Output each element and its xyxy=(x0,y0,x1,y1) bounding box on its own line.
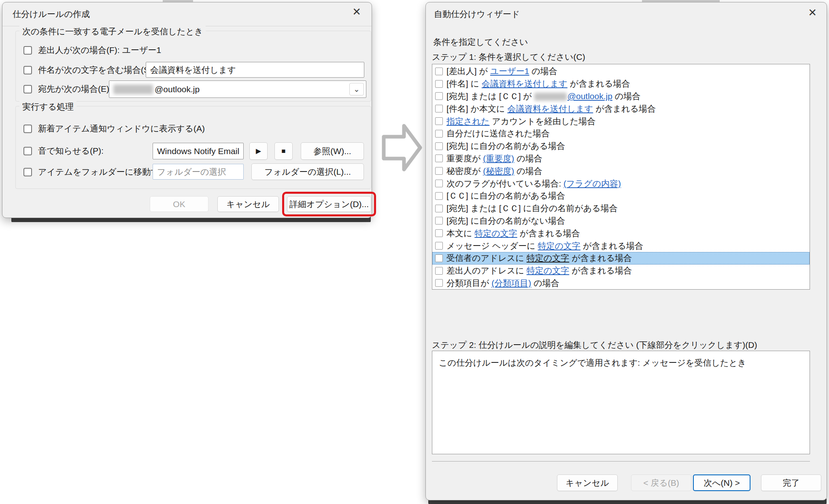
condition-checkbox[interactable] xyxy=(435,167,443,175)
subject-input[interactable]: 会議資料を送付します xyxy=(146,62,364,78)
condition-row[interactable]: 受信者のアドレスに 特定の文字 が含まれる場合 xyxy=(432,252,810,265)
alert-check-label: 新着アイテム通知ウィンドウに表示する(A) xyxy=(38,123,205,134)
condition-row[interactable]: [ＣＣ] に自分の名前がある場合 xyxy=(432,190,810,202)
condition-row[interactable]: 差出人のアドレスに 特定の文字 が含まれる場合 xyxy=(432,265,810,277)
condition-row[interactable]: 本文に 特定の文字 が含まれる場合 xyxy=(432,227,810,239)
condition-checkbox[interactable] xyxy=(435,242,443,250)
condition-checkbox[interactable] xyxy=(435,279,443,287)
alert-checkbox[interactable] xyxy=(23,125,32,133)
condition-value-link[interactable]: 会議資料を送付します xyxy=(482,79,568,88)
condition-value-link[interactable]: (秘密度) xyxy=(483,166,514,176)
condition-value-link[interactable]: 指定された xyxy=(446,116,489,126)
sound-checkbox[interactable] xyxy=(23,147,32,155)
condition-text: 自分だけに送信された場合 xyxy=(446,128,550,139)
wizard-back-label: < 戻る(B) xyxy=(643,477,679,489)
conditions-list: [差出人] が ユーザー1 の場合[件名] に 会議資料を送付します が含まれる… xyxy=(432,64,810,290)
close-icon[interactable]: ✕ xyxy=(808,7,817,18)
condition-text: メッセージ ヘッダーに 特定の文字 が含まれる場合 xyxy=(446,240,643,252)
condition-value-link[interactable]: 特定の文字 xyxy=(538,241,581,250)
condition-text-segment: 重要度が xyxy=(446,154,483,163)
condition-text-segment: の場合 xyxy=(529,66,557,76)
condition-value-link[interactable]: (重要度) xyxy=(483,154,514,163)
condition-row[interactable]: 分類項目が (分類項目) の場合 xyxy=(432,277,810,290)
ok-button-label: OK xyxy=(173,199,185,209)
condition-row[interactable]: 重要度が (重要度) の場合 xyxy=(432,152,810,165)
advanced-options-button[interactable]: 詳細オプション(D)... xyxy=(287,196,371,212)
condition-checkbox[interactable] xyxy=(435,192,443,200)
condition-row[interactable]: 次のフラグが付いている場合: (フラグの内容) xyxy=(432,177,810,190)
condition-row[interactable]: 自分だけに送信された場合 xyxy=(432,127,810,140)
folder-input[interactable]: フォルダーの選択 xyxy=(153,164,244,180)
condition-row[interactable]: [差出人] が ユーザー1 の場合 xyxy=(432,65,810,78)
condition-checkbox[interactable] xyxy=(435,254,443,262)
condition-text-segment: 次のフラグが付いている場合: xyxy=(446,179,563,188)
condition-checkbox[interactable] xyxy=(435,80,443,88)
browse-button-label: 参照(W)... xyxy=(313,146,351,157)
wizard-back-button[interactable]: < 戻る(B) xyxy=(631,474,691,491)
sound-file-input[interactable]: Windows Notify Email xyxy=(153,143,244,159)
browse-button[interactable]: 参照(W)... xyxy=(301,142,364,160)
wizard-cancel-label: キャンセル xyxy=(565,477,609,489)
condition-checkbox[interactable] xyxy=(435,205,443,212)
play-icon: ▶ xyxy=(256,147,261,155)
condition-checkbox[interactable] xyxy=(435,117,443,125)
condition-value-link[interactable]: 特定の文字 xyxy=(527,253,570,263)
sentto-checkbox[interactable] xyxy=(23,85,32,93)
condition-text-segment: が含まれる場合 xyxy=(517,229,580,238)
condition-row[interactable]: [宛先] または [ＣＣ] が @outlook.jp の場合 xyxy=(432,90,810,103)
condition-text: [件名] か本文に 会議資料を送付します が含まれる場合 xyxy=(446,103,656,114)
condition-checkbox[interactable] xyxy=(435,142,443,150)
condition-checkbox[interactable] xyxy=(435,68,443,75)
condition-text: 重要度が (重要度) の場合 xyxy=(446,153,542,164)
condition-value-link[interactable]: 会議資料を送付します xyxy=(507,104,593,113)
condition-row[interactable]: [宛先] に自分の名前がない場合 xyxy=(432,215,810,227)
rule-description-box[interactable]: この仕分けルールは次のタイミングで適用されます: メッセージを受信したとき xyxy=(432,351,810,454)
play-sound-button[interactable]: ▶ xyxy=(249,142,268,160)
condition-checkbox[interactable] xyxy=(435,130,443,138)
ok-button[interactable]: OK xyxy=(150,196,208,212)
condition-row[interactable]: 指定された アカウントを経由した場合 xyxy=(432,115,810,127)
condition-row[interactable]: メッセージ ヘッダーに 特定の文字 が含まれる場合 xyxy=(432,239,810,252)
sound-file-value: Windows Notify Email xyxy=(157,146,239,156)
condition-value-link[interactable]: 特定の文字 xyxy=(474,229,517,238)
from-checkbox[interactable] xyxy=(23,46,32,55)
condition-checkbox[interactable] xyxy=(435,105,443,112)
folder-placeholder: フォルダーの選択 xyxy=(157,166,226,178)
wizard-next-label: 次へ(N) > xyxy=(704,477,740,489)
condition-row[interactable]: [宛先] または [ＣＣ] に自分の名前がある場合 xyxy=(432,202,810,215)
select-folder-button[interactable]: フォルダーの選択(L)... xyxy=(251,163,364,180)
condition-text: [宛先] に自分の名前がない場合 xyxy=(446,215,565,227)
move-to-folder-checkbox[interactable] xyxy=(23,168,32,176)
condition-checkbox[interactable] xyxy=(435,92,443,100)
stop-sound-button[interactable]: ■ xyxy=(274,142,293,160)
condition-text-segment: [件名] に xyxy=(446,79,482,88)
condition-text: 指定された アカウントを経由した場合 xyxy=(446,116,595,127)
condition-checkbox[interactable] xyxy=(435,267,443,275)
condition-checkbox[interactable] xyxy=(435,155,443,162)
condition-row[interactable]: [件名] に 会議資料を送付します が含まれる場合 xyxy=(432,78,810,90)
wizard-next-button[interactable]: 次へ(N) > xyxy=(693,474,750,491)
cancel-button[interactable]: キャンセル xyxy=(217,196,279,212)
subject-checkbox[interactable] xyxy=(23,66,32,74)
condition-row[interactable]: [宛先] に自分の名前がある場合 xyxy=(432,140,810,152)
condition-checkbox[interactable] xyxy=(435,229,443,237)
button-separator xyxy=(432,461,810,462)
wizard-finish-button[interactable]: 完了 xyxy=(761,474,821,491)
condition-value-link[interactable]: (分類項目) xyxy=(491,278,531,288)
condition-value-link[interactable]: ユーザー1 xyxy=(490,66,529,76)
condition-value-link[interactable]: @outlook.jp xyxy=(568,91,612,101)
close-icon[interactable]: ✕ xyxy=(352,6,361,17)
condition-checkbox[interactable] xyxy=(435,217,443,224)
condition-text: 受信者のアドレスに 特定の文字 が含まれる場合 xyxy=(446,252,632,264)
condition-value-link[interactable]: 特定の文字 xyxy=(527,266,570,275)
condition-text-segment: [宛先] に自分の名前がない場合 xyxy=(446,216,565,225)
wizard-cancel-button[interactable]: キャンセル xyxy=(557,474,618,491)
sentto-combobox[interactable]: @outlook.jp ⌄ xyxy=(109,80,366,98)
condition-text: 分類項目が (分類項目) の場合 xyxy=(446,277,559,289)
condition-checkbox[interactable] xyxy=(435,180,443,187)
chevron-down-icon[interactable]: ⌄ xyxy=(349,83,364,95)
condition-row[interactable]: 秘密度が (秘密度) の場合 xyxy=(432,165,810,177)
wizard-instruction: 条件を指定してください xyxy=(433,36,528,48)
condition-value-link[interactable]: (フラグの内容) xyxy=(563,179,621,188)
condition-row[interactable]: [件名] か本文に 会議資料を送付します が含まれる場合 xyxy=(432,102,810,115)
